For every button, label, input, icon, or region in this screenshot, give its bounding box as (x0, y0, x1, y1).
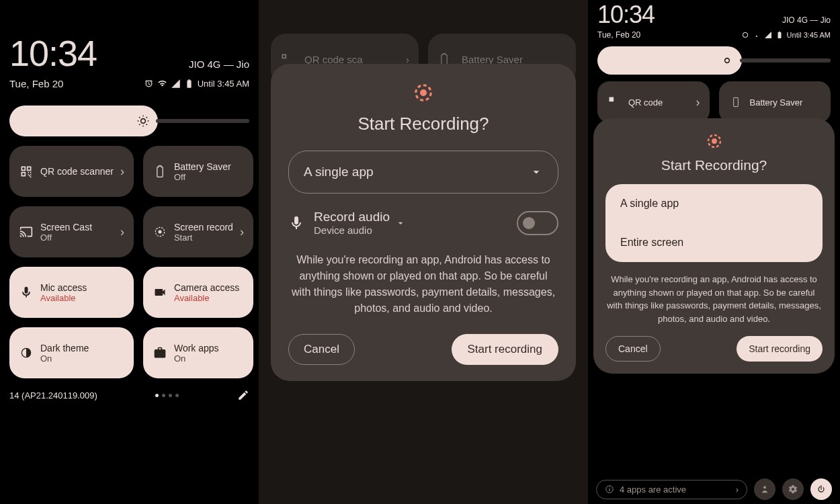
svg-line-5 (139, 117, 140, 118)
status-icons: Until 3:45 AM (741, 31, 831, 39)
tile-label: Camera access (174, 282, 244, 293)
apps-active-pill[interactable]: 4 apps are active › (596, 480, 747, 499)
qr-icon (607, 95, 622, 110)
svg-point-14 (725, 58, 730, 63)
tile-battery-saver[interactable]: Battery SaverOff (143, 146, 253, 197)
record-icon (153, 224, 167, 239)
clock-row: 10:34 JIO 4G — Jio (597, 1, 831, 29)
power-button[interactable] (810, 478, 832, 500)
tile-label: Battery Saver (174, 161, 244, 172)
scope-options: A single app Entire screen (605, 184, 823, 262)
svg-point-17 (712, 138, 717, 144)
apps-active-label: 4 apps are active (620, 485, 686, 495)
tile-sub: Available (40, 293, 124, 303)
option-single-app[interactable]: A single app (605, 184, 823, 223)
audio-title: Record audio (314, 210, 390, 224)
tile-screen-record[interactable]: Screen recordStart › (143, 206, 253, 257)
carrier: JIO 4G — Jio (189, 58, 249, 70)
edit-icon[interactable] (237, 389, 249, 401)
briefcase-icon (153, 345, 167, 360)
alarm-icon (741, 31, 749, 39)
wifi-icon (753, 31, 761, 39)
dark-icon (19, 345, 34, 360)
info-icon (605, 485, 614, 494)
audio-toggle[interactable] (517, 211, 558, 235)
svg-rect-19 (609, 489, 610, 491)
svg-point-20 (609, 487, 610, 488)
wifi-icon (157, 79, 167, 89)
tile-screen-cast[interactable]: Screen CastOff › (9, 206, 134, 257)
tiles-grid: QR code › Battery Saver (597, 81, 831, 123)
svg-point-10 (158, 230, 161, 234)
svg-rect-15 (733, 97, 738, 106)
option-entire-screen[interactable]: Entire screen (605, 223, 823, 262)
tile-sub: Off (174, 172, 244, 182)
tile-label: Mic access (40, 282, 124, 293)
bg-tile-battery: Battery Saver (719, 81, 831, 123)
battery-icon (728, 95, 743, 110)
carrier: JIO 4G — Jio (782, 15, 831, 25)
tiles-grid: QR code scanner › Battery SaverOff Scree… (9, 146, 249, 378)
settings-button[interactable] (782, 478, 804, 500)
chevron-right-icon: › (240, 225, 244, 239)
tile-label: QR code scanner (40, 166, 114, 177)
tile-label: Battery Saver (750, 97, 822, 108)
chevron-right-icon: › (696, 95, 700, 110)
tile-label: Dark theme (40, 343, 124, 353)
start-recording-dialog: Start Recording? A single app Entire scr… (593, 118, 835, 374)
svg-line-7 (139, 124, 140, 125)
brightness-slider[interactable] (597, 46, 831, 75)
record-icon (706, 133, 722, 149)
person-icon (759, 484, 770, 495)
page-dots (155, 394, 179, 397)
svg-line-8 (146, 117, 147, 118)
tile-work-apps[interactable]: Work appsOn (143, 327, 253, 378)
svg-point-21 (763, 486, 766, 489)
tile-camera-access[interactable]: Camera accessAvailable (143, 267, 253, 318)
build-row: 14 (AP21.240119.009) (9, 389, 249, 401)
date-row: Tue, Feb 20 Until 3:45 AM (9, 78, 249, 89)
audio-row: Record audio Device audio (288, 210, 558, 236)
start-recording-button[interactable]: Start recording (737, 336, 823, 362)
start-recording-dialog: Start Recording? A single app Record aud… (271, 64, 576, 381)
person-button[interactable] (754, 478, 775, 500)
date: Tue, Feb 20 (9, 78, 63, 89)
warning-text: While you're recording an app, Android h… (288, 252, 558, 317)
start-recording-button[interactable]: Start recording (452, 334, 559, 365)
dropdown-icon[interactable] (395, 218, 406, 228)
quick-settings-panel: 10:34 JIO 4G — Jio Tue, Feb 20 Until 3:4… (0, 0, 259, 504)
cancel-button[interactable]: Cancel (288, 334, 355, 365)
brightness-icon (720, 54, 734, 67)
dialog-title: Start Recording? (288, 114, 558, 134)
chevron-down-icon (530, 165, 543, 179)
signal-icon (764, 31, 772, 39)
tile-dark-theme[interactable]: Dark themeOn (9, 327, 134, 378)
bg-tile-qr: QR code › (597, 81, 710, 123)
tile-sub: Available (174, 293, 244, 303)
dialog-panel: QR code sca › Battery Saver Start Record… (259, 0, 588, 504)
scope-dropdown[interactable]: A single app (288, 151, 558, 194)
gear-icon (788, 484, 798, 495)
date-row: Tue, Feb 20 Until 3:45 AM (597, 30, 831, 40)
tile-qr-scanner[interactable]: QR code scanner › (9, 146, 134, 197)
svg-line-6 (146, 124, 147, 125)
record-icon (413, 83, 433, 103)
qr-icon (19, 164, 34, 179)
chevron-right-icon: › (120, 225, 124, 239)
dialog-options-panel: 10:34 JIO 4G — Jio Tue, Feb 20 Until 3:4… (588, 0, 840, 504)
clock-row: 10:34 JIO 4G — Jio (9, 32, 249, 74)
camera-icon (153, 285, 167, 300)
cancel-button[interactable]: Cancel (605, 336, 661, 362)
status-icons: Until 3:45 AM (144, 79, 249, 89)
battery-icon (184, 79, 194, 89)
dropdown-value: A single app (304, 165, 374, 179)
mic-icon (19, 285, 34, 300)
signal-icon (171, 79, 181, 89)
tile-label: Screen record (174, 222, 233, 233)
svg-point-13 (420, 89, 427, 96)
svg-point-0 (141, 119, 146, 124)
power-icon (816, 484, 827, 495)
tile-sub: Off (40, 233, 114, 243)
tile-mic-access[interactable]: Mic accessAvailable (9, 267, 134, 318)
brightness-slider[interactable] (9, 106, 249, 136)
